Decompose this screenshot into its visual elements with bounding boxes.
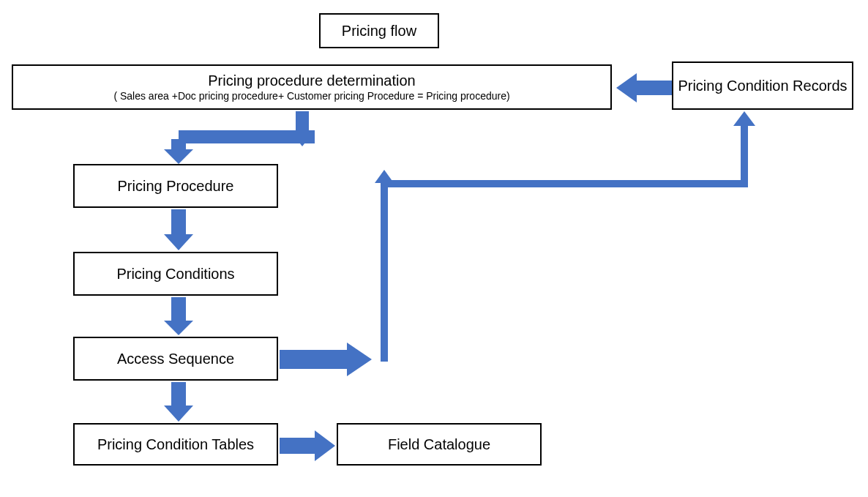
svg-marker-5	[164, 406, 193, 422]
determination-box: Pricing procedure determination ( Sales …	[12, 64, 612, 110]
svg-marker-0	[616, 73, 637, 102]
svg-marker-8	[375, 170, 394, 183]
tables-text: Pricing Condition Tables	[97, 436, 254, 454]
conditions-box: Pricing Conditions	[73, 252, 278, 296]
determination-title: Pricing procedure determination	[208, 72, 416, 90]
catalogue-text: Field Catalogue	[388, 436, 490, 454]
arrow-conditions-to-access	[164, 297, 193, 335]
svg-marker-2	[164, 149, 193, 164]
svg-marker-3	[164, 234, 193, 250]
tables-box: Pricing Condition Tables	[73, 423, 278, 466]
arrow-determination-down	[290, 111, 315, 146]
records-text: Pricing Condition Records	[678, 77, 847, 95]
arrow-procedure-to-conditions	[164, 209, 193, 250]
title-text: Pricing flow	[342, 22, 416, 40]
procedure-box: Pricing Procedure	[73, 164, 278, 208]
svg-marker-9	[733, 111, 755, 126]
svg-marker-4	[164, 321, 193, 335]
access-box: Access Sequence	[73, 337, 278, 381]
arrow-access-to-tables	[164, 382, 193, 422]
procedure-text: Pricing Procedure	[118, 177, 234, 195]
access-text: Access Sequence	[117, 350, 234, 368]
determination-formula: ( Sales area +Doc pricing procedure+ Cus…	[113, 90, 509, 103]
svg-marker-7	[347, 343, 372, 376]
arrow-l-connector	[164, 130, 315, 164]
arrow-tables-to-catalogue	[280, 430, 335, 461]
svg-marker-6	[315, 430, 335, 461]
svg-marker-1	[290, 130, 315, 146]
conditions-text: Pricing Conditions	[116, 265, 234, 283]
arrow-records-to-determination	[616, 73, 672, 102]
title-box: Pricing flow	[319, 13, 439, 48]
catalogue-box: Field Catalogue	[337, 423, 542, 466]
records-box: Pricing Condition Records	[672, 61, 853, 110]
arrow-access-to-records	[280, 111, 755, 376]
